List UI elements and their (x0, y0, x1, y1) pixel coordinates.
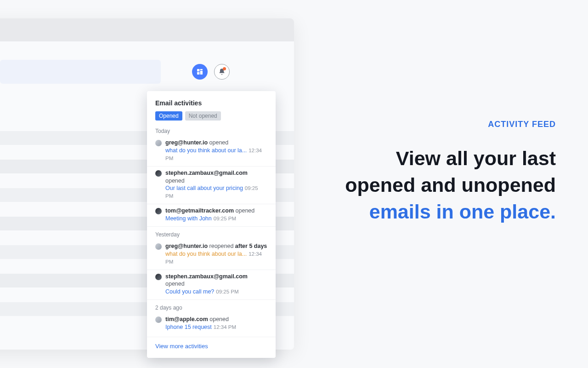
activity-body: greg@hunter.io reopened after 5 dayswhat… (165, 242, 267, 266)
promo-line1: View all your last (396, 147, 556, 169)
activity-subject[interactable]: Could you call me? (165, 288, 214, 295)
activity-body: stephen.zambaux@gmail.com opened Our las… (165, 169, 267, 201)
activity-email: tom@getmailtracker.com (165, 207, 234, 214)
group-label: Today (147, 123, 276, 136)
svg-rect-0 (197, 69, 199, 71)
activity-subject[interactable]: what do you think about our la... (165, 251, 247, 257)
activity-body: tom@getmailtracker.com opened Meeting wi… (165, 207, 254, 223)
activity-body: greg@hunter.io opened what do you think … (165, 139, 267, 162)
avatar (155, 316, 162, 323)
toolbar (0, 58, 294, 86)
avatar (155, 140, 162, 146)
avatar (155, 243, 162, 250)
svg-rect-2 (200, 71, 203, 75)
activity-action: opened (234, 207, 254, 214)
promo-block: ACTIVITY FEED View all your last opened … (312, 120, 556, 225)
search-input[interactable] (0, 60, 161, 84)
activity-body: stephen.zambaux@gmail.com opened Could y… (165, 273, 267, 296)
activity-line1: tim@apple.com opened (165, 316, 236, 323)
dashboard-button[interactable] (192, 64, 208, 80)
notification-dot (223, 67, 226, 70)
activity-time: 09:25 PM (214, 216, 236, 221)
activity-item[interactable]: greg@hunter.io opened what do you think … (147, 136, 276, 167)
activity-action: reopened (208, 243, 235, 249)
activity-action: opened (208, 316, 229, 322)
activity-line2: Our last call about your pricing09:25 PM (165, 184, 267, 200)
activity-line1: greg@hunter.io reopened after 5 days (165, 242, 267, 250)
activity-line2: Could you call me?09:25 PM (165, 288, 267, 296)
group-label: Yesterday (147, 227, 276, 240)
activity-subject[interactable]: Our last call about your pricing (165, 185, 243, 191)
activity-action: opened (165, 178, 185, 184)
popover-title: Email activities (147, 99, 276, 111)
promo-line3: emails in one place. (369, 201, 556, 223)
email-activities-popover: Email activities Opened Not opened Today… (147, 91, 276, 358)
activity-email: greg@hunter.io (165, 243, 208, 249)
dashboard-icon (196, 68, 204, 75)
activity-suffix: after 5 days (235, 243, 267, 249)
svg-rect-1 (200, 69, 203, 70)
activity-item[interactable]: greg@hunter.io reopened after 5 dayswhat… (147, 240, 276, 270)
notifications-button[interactable] (214, 64, 230, 80)
activity-subject[interactable]: what do you think about our la... (165, 147, 247, 154)
activity-subject[interactable]: Meeting with John (165, 215, 212, 222)
activity-line2: what do you think about our la...12:34 P… (165, 250, 267, 266)
activity-line2: what do you think about our la...12:34 P… (165, 147, 267, 162)
avatar (155, 170, 162, 177)
activity-item[interactable]: stephen.zambaux@gmail.com opened Could y… (147, 270, 276, 300)
activity-line1: tom@getmailtracker.com opened (165, 207, 254, 215)
popover-tabs: Opened Not opened (147, 111, 276, 123)
view-more-link[interactable]: View more activities (147, 337, 276, 351)
promo-eyebrow: ACTIVITY FEED (312, 120, 556, 129)
activity-action: opened (208, 139, 228, 146)
activity-email: tim@apple.com (165, 316, 208, 322)
activity-action: opened (165, 281, 185, 287)
activity-time: 12:34 PM (214, 324, 236, 330)
promo-headline: View all your last opened and unopened e… (312, 145, 556, 225)
activity-line2: Meeting with John09:25 PM (165, 215, 254, 223)
activity-email: greg@hunter.io (165, 139, 208, 146)
avatar (155, 274, 162, 280)
avatar (155, 208, 162, 214)
activity-line1: greg@hunter.io opened (165, 139, 267, 147)
activity-item[interactable]: tim@apple.com opened Iphone 15 request12… (147, 313, 276, 335)
activity-line1: stephen.zambaux@gmail.com opened (165, 169, 267, 185)
promo-line2: opened and unopened (345, 174, 556, 196)
tab-opened[interactable]: Opened (155, 111, 182, 121)
activity-line2: Iphone 15 request12:34 PM (165, 323, 236, 331)
svg-rect-3 (197, 72, 199, 75)
activity-body: tim@apple.com opened Iphone 15 request12… (165, 316, 236, 331)
activity-item[interactable]: tom@getmailtracker.com opened Meeting wi… (147, 204, 276, 227)
activity-line1: stephen.zambaux@gmail.com opened (165, 273, 267, 288)
tab-not-opened[interactable]: Not opened (185, 111, 221, 121)
activity-subject[interactable]: Iphone 15 request (165, 324, 212, 330)
activity-email: stephen.zambaux@gmail.com (165, 273, 248, 280)
activity-time: 09:25 PM (216, 289, 238, 294)
app-titlebar (0, 18, 294, 41)
activity-item[interactable]: stephen.zambaux@gmail.com opened Our las… (147, 167, 276, 205)
activity-email: stephen.zambaux@gmail.com (165, 170, 248, 176)
group-label: 2 days ago (147, 300, 276, 313)
